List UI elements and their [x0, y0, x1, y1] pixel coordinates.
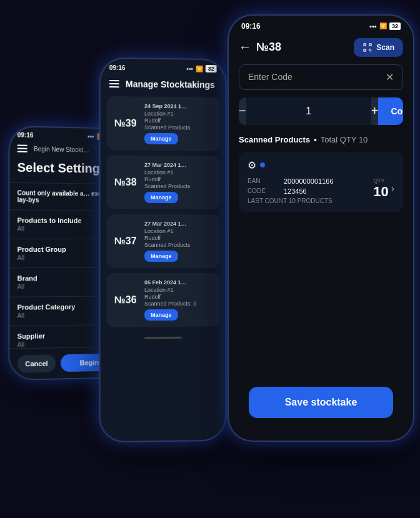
- card-location-38: Location #1: [144, 169, 212, 176]
- battery-icon2: 32: [206, 64, 217, 72]
- product-card[interactable]: ⚙ EAN 2000000001166 CODE 123456 LAST COU: [239, 152, 403, 212]
- card-info-36: 05 Feb 2024 1… Location #1 Rudolf Scanne…: [144, 279, 212, 320]
- enter-code-row[interactable]: Enter Code ✕: [239, 64, 403, 90]
- phone3-footer: Save stocktake: [229, 387, 413, 441]
- phone3-header: ← №38 Scan: [229, 33, 413, 64]
- card-scanned-36: Scanned Products: 0: [144, 300, 212, 306]
- scan-icon: [362, 42, 372, 52]
- save-stocktake-button[interactable]: Save stocktake: [249, 387, 393, 418]
- phone3-status-bar: 09:16 ▪▪▪ 🛜 32: [229, 16, 413, 33]
- scroll-bar: [144, 336, 182, 338]
- card-number-36: №36: [114, 294, 137, 306]
- qty-badge-label: QTY: [373, 177, 388, 184]
- phone1-time: 09:16: [18, 131, 34, 138]
- product-card-top: ⚙: [248, 159, 394, 171]
- product-info: EAN 2000000001166 CODE 123456 LAST COUNT…: [248, 177, 373, 204]
- scan-button[interactable]: Scan: [354, 38, 403, 57]
- card-location-39: Location #1: [144, 110, 212, 117]
- quantity-row: − + Count: [239, 97, 403, 125]
- scan-label: Scan: [376, 43, 394, 52]
- chevron-right-icon: ›: [391, 183, 394, 194]
- ean-label: EAN: [248, 177, 279, 184]
- product-icon: ⚙: [248, 159, 256, 171]
- card-info-37: 27 Mar 2024 1… Location #1 Rudolf Scanne…: [144, 220, 212, 261]
- stocktaking-card-39: №39 24 Sep 2024 1… Location #1 Rudolf Sc…: [107, 96, 219, 151]
- quantity-input[interactable]: [246, 97, 371, 125]
- signal-icon: ▪▪▪: [88, 132, 94, 139]
- menu-icon2[interactable]: [109, 79, 119, 87]
- code-value: 123456: [284, 187, 307, 195]
- qty-badge-value: 10: [373, 184, 388, 200]
- card-info-39: 24 Sep 2024 1… Location #1 Rudolf Scanne…: [144, 102, 212, 144]
- card-scanned-38: Scanned Products: [144, 182, 212, 189]
- phones-container: 09:16 ▪▪▪ 🛜 32 Begin New Stockt… Select …: [4, 3, 416, 516]
- close-icon[interactable]: ✕: [386, 71, 394, 83]
- quantity-increase-button[interactable]: +: [371, 97, 379, 125]
- stocktake-number: №38: [256, 41, 354, 54]
- ean-row: EAN 2000000001166: [248, 177, 373, 185]
- stocktaking-card-36: №36 05 Feb 2024 1… Location #1 Rudolf Sc…: [107, 272, 219, 327]
- manage-stocktakings-title: Manage Stocktakings: [126, 79, 215, 90]
- svg-rect-1: [369, 44, 371, 46]
- card-date-39: 24 Sep 2024 1…: [144, 102, 212, 109]
- phone3-time: 09:16: [241, 22, 261, 31]
- wifi-icon2: 🛜: [196, 65, 203, 72]
- manage-button-39[interactable]: Manage: [144, 132, 178, 144]
- back-button[interactable]: ←: [239, 40, 251, 54]
- phone2-content: 09:16 ▪▪▪ 🛜 32 Manage Stocktakings №39 2…: [101, 58, 226, 344]
- scanned-products-label: Scanned Products: [239, 135, 310, 144]
- qty-badge-area: QTY 10 ›: [373, 177, 394, 200]
- battery-icon3: 32: [389, 22, 401, 30]
- stocktaking-card-38: №38 27 Mar 2024 1… Location #1 Rudolf Sc…: [107, 155, 219, 209]
- card-date-36: 05 Feb 2024 1…: [144, 279, 212, 285]
- total-qty-separator: •: [314, 135, 317, 144]
- last-count-label: LAST COUNT 10 PRODUCTS: [248, 197, 373, 204]
- total-qty-label: Total QTY 10: [321, 135, 368, 144]
- card-user-39: Rudolf: [144, 117, 212, 124]
- count-button[interactable]: Count: [378, 97, 403, 125]
- card-number-39: №39: [114, 117, 137, 129]
- phone2-time: 09:16: [109, 64, 126, 71]
- phone3-content: 09:16 ▪▪▪ 🛜 32 ← №38: [229, 16, 413, 441]
- phone-stocktake-detail: 09:16 ▪▪▪ 🛜 32 ← №38: [229, 16, 413, 441]
- code-label: CODE: [248, 187, 279, 194]
- card-scanned-37: Scanned Products: [144, 241, 212, 247]
- menu-icon[interactable]: [18, 144, 28, 152]
- product-details: EAN 2000000001166 CODE 123456 LAST COUNT…: [248, 177, 394, 204]
- card-number-37: №37: [114, 235, 137, 246]
- card-scanned-39: Scanned Products: [144, 124, 212, 131]
- phone2-status-bar: 09:16 ▪▪▪ 🛜 32: [101, 58, 226, 75]
- manage-button-37[interactable]: Manage: [144, 250, 178, 261]
- phone1-header-title: Begin New Stockt…: [34, 145, 89, 153]
- card-user-38: Rudolf: [144, 176, 212, 182]
- card-user-37: Rudolf: [144, 234, 212, 241]
- scanned-products-header: Scanned Products • Total QTY 10: [229, 135, 413, 152]
- signal-icon2: ▪▪▪: [186, 64, 193, 71]
- svg-rect-0: [364, 44, 366, 46]
- stocktaking-card-37: №37 27 Mar 2024 1… Location #1 Rudolf Sc…: [107, 214, 219, 267]
- card-date-38: 27 Mar 2024 1…: [144, 161, 212, 168]
- svg-rect-2: [364, 49, 366, 51]
- cancel-button[interactable]: Cancel: [18, 354, 56, 372]
- enter-code-placeholder: Enter Code: [248, 72, 292, 82]
- card-user-36: Rudolf: [144, 293, 212, 299]
- manage-button-36[interactable]: Manage: [144, 309, 178, 320]
- card-location-36: Location #1: [144, 286, 212, 292]
- wifi-icon3: 🛜: [379, 22, 387, 29]
- phone3-status-icons: ▪▪▪ 🛜 32: [369, 22, 401, 30]
- manage-button-38[interactable]: Manage: [144, 191, 178, 202]
- card-location-37: Location #1: [144, 227, 212, 234]
- card-info-38: 27 Mar 2024 1… Location #1 Rudolf Scanne…: [144, 161, 212, 202]
- code-row: CODE 123456: [248, 187, 373, 195]
- signal-icon3: ▪▪▪: [369, 22, 377, 30]
- quantity-decrease-button[interactable]: −: [239, 97, 246, 125]
- scroll-indicator: [101, 331, 226, 344]
- phone2-header: Manage Stocktakings: [101, 73, 226, 97]
- card-date-37: 27 Mar 2024 1…: [144, 220, 212, 226]
- ean-value: 2000000001166: [284, 177, 334, 185]
- card-number-38: №38: [114, 176, 137, 187]
- product-status-dot: [260, 162, 265, 167]
- phone-manage-stocktakings: 09:16 ▪▪▪ 🛜 32 Manage Stocktakings №39 2…: [101, 58, 226, 441]
- phone2-status-icons: ▪▪▪ 🛜 32: [186, 64, 216, 72]
